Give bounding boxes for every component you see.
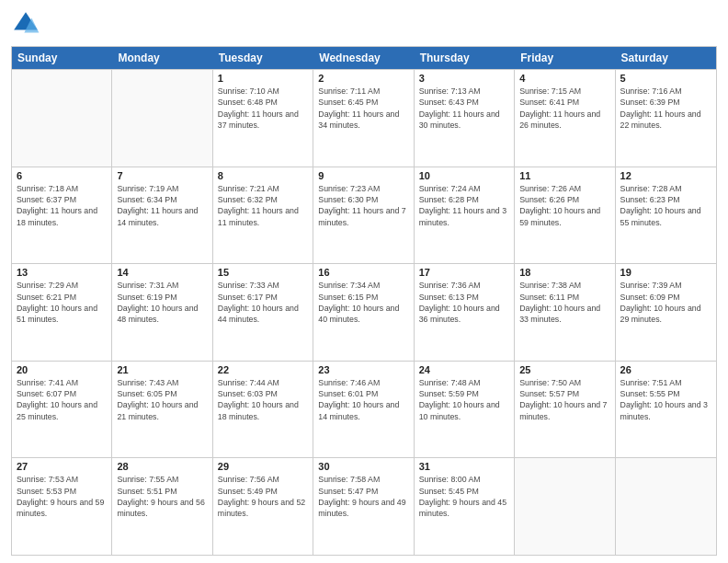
calendar-cell: 2Sunrise: 7:11 AM Sunset: 6:45 PM Daylig… — [313, 70, 414, 167]
calendar-cell: 1Sunrise: 7:10 AM Sunset: 6:48 PM Daylig… — [213, 70, 313, 167]
day-info: Sunrise: 7:44 AM Sunset: 6:03 PM Dayligh… — [218, 377, 308, 422]
day-number: 29 — [218, 461, 308, 472]
day-number: 24 — [419, 364, 509, 375]
day-info: Sunrise: 7:26 AM Sunset: 6:26 PM Dayligh… — [519, 183, 609, 228]
day-number: 5 — [620, 73, 711, 84]
day-number: 19 — [620, 267, 711, 278]
day-info: Sunrise: 8:00 AM Sunset: 5:45 PM Dayligh… — [419, 474, 509, 519]
header-day-saturday: Saturday — [616, 47, 716, 69]
calendar-cell: 31Sunrise: 8:00 AM Sunset: 5:45 PM Dayli… — [415, 458, 515, 555]
header-day-tuesday: Tuesday — [213, 47, 313, 69]
day-number: 31 — [419, 461, 509, 472]
day-number: 21 — [117, 364, 207, 375]
calendar-cell: 24Sunrise: 7:48 AM Sunset: 5:59 PM Dayli… — [415, 362, 515, 458]
header-day-sunday: Sunday — [12, 47, 112, 69]
header — [11, 9, 717, 39]
day-info: Sunrise: 7:36 AM Sunset: 6:13 PM Dayligh… — [419, 280, 509, 325]
calendar-cell: 28Sunrise: 7:55 AM Sunset: 5:51 PM Dayli… — [112, 458, 212, 555]
day-number: 30 — [318, 461, 408, 472]
calendar-cell: 12Sunrise: 7:28 AM Sunset: 6:23 PM Dayli… — [616, 167, 716, 264]
day-number: 26 — [620, 364, 711, 375]
day-info: Sunrise: 7:46 AM Sunset: 6:01 PM Dayligh… — [318, 377, 408, 422]
calendar-cell: 10Sunrise: 7:24 AM Sunset: 6:28 PM Dayli… — [415, 167, 515, 264]
header-day-friday: Friday — [515, 47, 615, 69]
day-number: 23 — [318, 364, 408, 375]
calendar-cell: 25Sunrise: 7:50 AM Sunset: 5:57 PM Dayli… — [515, 362, 615, 458]
logo-icon — [11, 9, 40, 39]
day-info: Sunrise: 7:21 AM Sunset: 6:32 PM Dayligh… — [218, 183, 308, 228]
calendar-row-2: 13Sunrise: 7:29 AM Sunset: 6:21 PM Dayli… — [12, 263, 716, 361]
calendar-cell: 17Sunrise: 7:36 AM Sunset: 6:13 PM Dayli… — [415, 264, 515, 361]
day-info: Sunrise: 7:28 AM Sunset: 6:23 PM Dayligh… — [620, 183, 711, 228]
day-info: Sunrise: 7:33 AM Sunset: 6:17 PM Dayligh… — [218, 280, 308, 325]
day-number: 25 — [519, 364, 609, 375]
calendar-row-1: 6Sunrise: 7:18 AM Sunset: 6:37 PM Daylig… — [12, 167, 716, 264]
day-number: 4 — [519, 73, 609, 84]
calendar: SundayMondayTuesdayWednesdayThursdayFrid… — [11, 46, 717, 556]
calendar-cell — [112, 70, 212, 167]
calendar-cell: 6Sunrise: 7:18 AM Sunset: 6:37 PM Daylig… — [12, 167, 112, 264]
calendar-cell — [515, 458, 615, 555]
header-day-thursday: Thursday — [415, 47, 515, 69]
calendar-cell: 26Sunrise: 7:51 AM Sunset: 5:55 PM Dayli… — [616, 362, 716, 458]
day-number: 15 — [218, 267, 308, 278]
day-number: 20 — [17, 364, 107, 375]
calendar-cell: 27Sunrise: 7:53 AM Sunset: 5:53 PM Dayli… — [12, 458, 112, 555]
day-number: 17 — [419, 267, 509, 278]
day-info: Sunrise: 7:38 AM Sunset: 6:11 PM Dayligh… — [519, 280, 609, 325]
calendar-cell: 23Sunrise: 7:46 AM Sunset: 6:01 PM Dayli… — [313, 362, 414, 458]
calendar-cell: 7Sunrise: 7:19 AM Sunset: 6:34 PM Daylig… — [112, 167, 212, 264]
day-number: 9 — [318, 170, 408, 181]
day-info: Sunrise: 7:18 AM Sunset: 6:37 PM Dayligh… — [17, 183, 107, 228]
calendar-cell: 14Sunrise: 7:31 AM Sunset: 6:19 PM Dayli… — [112, 264, 212, 361]
calendar-cell — [12, 70, 112, 167]
day-number: 27 — [17, 461, 107, 472]
day-info: Sunrise: 7:15 AM Sunset: 6:41 PM Dayligh… — [519, 86, 609, 131]
day-info: Sunrise: 7:24 AM Sunset: 6:28 PM Dayligh… — [419, 183, 509, 228]
calendar-row-0: 1Sunrise: 7:10 AM Sunset: 6:48 PM Daylig… — [12, 69, 716, 167]
day-number: 28 — [117, 461, 207, 472]
calendar-cell: 5Sunrise: 7:16 AM Sunset: 6:39 PM Daylig… — [616, 70, 716, 167]
day-info: Sunrise: 7:31 AM Sunset: 6:19 PM Dayligh… — [117, 280, 207, 325]
day-number: 16 — [318, 267, 408, 278]
calendar-cell: 16Sunrise: 7:34 AM Sunset: 6:15 PM Dayli… — [313, 264, 414, 361]
day-info: Sunrise: 7:53 AM Sunset: 5:53 PM Dayligh… — [17, 474, 107, 519]
day-info: Sunrise: 7:58 AM Sunset: 5:47 PM Dayligh… — [318, 474, 408, 519]
calendar-cell — [616, 458, 716, 555]
day-number: 7 — [117, 170, 207, 181]
calendar-row-3: 20Sunrise: 7:41 AM Sunset: 6:07 PM Dayli… — [12, 361, 716, 458]
day-info: Sunrise: 7:39 AM Sunset: 6:09 PM Dayligh… — [620, 280, 711, 325]
day-info: Sunrise: 7:23 AM Sunset: 6:30 PM Dayligh… — [318, 183, 408, 228]
calendar-cell: 20Sunrise: 7:41 AM Sunset: 6:07 PM Dayli… — [12, 362, 112, 458]
day-info: Sunrise: 7:16 AM Sunset: 6:39 PM Dayligh… — [620, 86, 711, 131]
day-number: 6 — [17, 170, 107, 181]
day-info: Sunrise: 7:56 AM Sunset: 5:49 PM Dayligh… — [218, 474, 308, 519]
day-info: Sunrise: 7:51 AM Sunset: 5:55 PM Dayligh… — [620, 377, 711, 422]
day-info: Sunrise: 7:19 AM Sunset: 6:34 PM Dayligh… — [117, 183, 207, 228]
day-number: 1 — [218, 73, 308, 84]
header-day-monday: Monday — [112, 47, 212, 69]
day-info: Sunrise: 7:41 AM Sunset: 6:07 PM Dayligh… — [17, 377, 107, 422]
day-info: Sunrise: 7:43 AM Sunset: 6:05 PM Dayligh… — [117, 377, 207, 422]
day-number: 12 — [620, 170, 711, 181]
calendar-cell: 18Sunrise: 7:38 AM Sunset: 6:11 PM Dayli… — [515, 264, 615, 361]
day-info: Sunrise: 7:55 AM Sunset: 5:51 PM Dayligh… — [117, 474, 207, 519]
calendar-cell: 22Sunrise: 7:44 AM Sunset: 6:03 PM Dayli… — [213, 362, 313, 458]
page: SundayMondayTuesdayWednesdayThursdayFrid… — [0, 0, 728, 563]
day-number: 13 — [17, 267, 107, 278]
header-day-wednesday: Wednesday — [313, 47, 414, 69]
calendar-cell: 30Sunrise: 7:58 AM Sunset: 5:47 PM Dayli… — [313, 458, 414, 555]
calendar-row-4: 27Sunrise: 7:53 AM Sunset: 5:53 PM Dayli… — [12, 457, 716, 555]
day-number: 10 — [419, 170, 509, 181]
calendar-cell: 13Sunrise: 7:29 AM Sunset: 6:21 PM Dayli… — [12, 264, 112, 361]
day-info: Sunrise: 7:50 AM Sunset: 5:57 PM Dayligh… — [519, 377, 609, 422]
calendar-cell: 9Sunrise: 7:23 AM Sunset: 6:30 PM Daylig… — [313, 167, 414, 264]
day-number: 3 — [419, 73, 509, 84]
calendar-header: SundayMondayTuesdayWednesdayThursdayFrid… — [12, 47, 716, 69]
day-info: Sunrise: 7:34 AM Sunset: 6:15 PM Dayligh… — [318, 280, 408, 325]
calendar-body: 1Sunrise: 7:10 AM Sunset: 6:48 PM Daylig… — [12, 69, 716, 555]
day-info: Sunrise: 7:11 AM Sunset: 6:45 PM Dayligh… — [318, 86, 408, 131]
calendar-cell: 15Sunrise: 7:33 AM Sunset: 6:17 PM Dayli… — [213, 264, 313, 361]
calendar-cell: 29Sunrise: 7:56 AM Sunset: 5:49 PM Dayli… — [213, 458, 313, 555]
day-info: Sunrise: 7:48 AM Sunset: 5:59 PM Dayligh… — [419, 377, 509, 422]
